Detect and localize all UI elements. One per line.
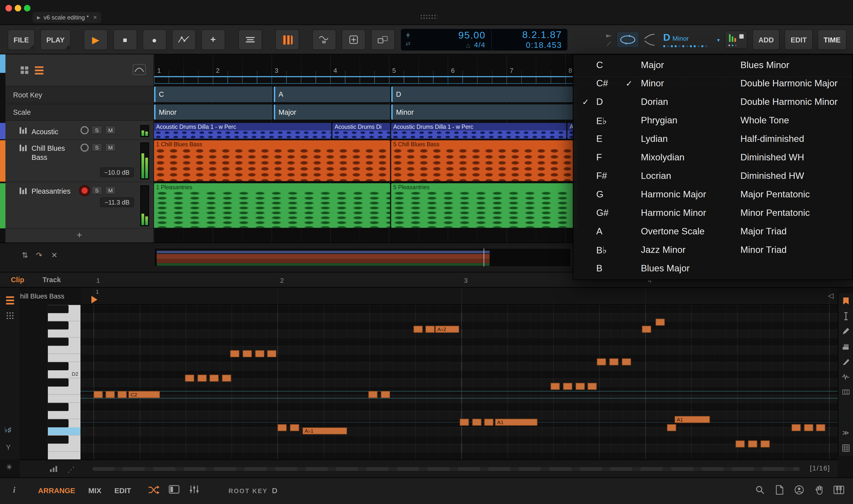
volume-value[interactable]: −10.0 dB	[100, 167, 134, 177]
midi-note[interactable]	[106, 391, 115, 398]
menu-item-root[interactable]: ✓D	[582, 93, 608, 111]
midi-note[interactable]	[597, 358, 606, 365]
piano-roll[interactable]: A♭2C2A1A1A♭1	[81, 305, 838, 460]
midi-note[interactable]	[656, 319, 665, 326]
piano-key-white[interactable]	[48, 313, 81, 321]
midi-note[interactable]	[267, 350, 276, 357]
note-slide-icon[interactable]: ⟋	[607, 41, 611, 47]
add-device-button[interactable]	[341, 29, 365, 50]
midi-note[interactable]	[484, 419, 493, 426]
arranger-clip[interactable]: Acoustic Drums Dilla 1 - w Perc	[391, 123, 566, 139]
menu-item-root[interactable]: E	[582, 130, 608, 148]
menu-item-root[interactable]: C	[582, 56, 608, 74]
tab-clip[interactable]: Clip	[11, 275, 24, 284]
piano-key-white[interactable]	[48, 329, 81, 338]
midi-note[interactable]	[460, 419, 469, 426]
solo-button[interactable]: S	[91, 143, 102, 152]
menu-item-scale[interactable]: Blues Major	[626, 259, 706, 278]
record-arm-button[interactable]	[81, 186, 89, 194]
scale-lane-label[interactable]: Scale	[5, 104, 154, 121]
grid-settings-icon[interactable]	[841, 444, 850, 452]
fold-icon[interactable]: Y	[6, 443, 11, 451]
midi-note[interactable]	[642, 326, 651, 333]
midi-note[interactable]	[278, 424, 287, 431]
track-name[interactable]: Chill Blues Bass	[32, 144, 78, 162]
menu-item-scale[interactable]: Mixolydian	[626, 148, 706, 167]
song-time[interactable]: 0:18.453	[526, 41, 562, 50]
menu-item-root[interactable]: B♭	[582, 241, 608, 259]
piano-key-black[interactable]	[48, 435, 81, 444]
mode-mix[interactable]: MIX	[88, 487, 102, 495]
automation-curve-icon[interactable]	[133, 64, 146, 75]
automation-follow-button[interactable]	[172, 29, 196, 50]
midi-note[interactable]	[118, 391, 127, 398]
project-tab[interactable]: ▶ v6 scale editing * ×	[33, 12, 101, 23]
menu-item-scale[interactable]: ✓Minor	[626, 74, 706, 93]
mode-arrange[interactable]: ARRANGE	[38, 487, 75, 495]
mode-edit[interactable]: EDIT	[114, 487, 131, 495]
menu-item-scale[interactable]: Jazz Minor	[626, 241, 706, 259]
time-signature[interactable]: 4/4	[474, 41, 485, 49]
tab-track[interactable]: Track	[42, 275, 61, 284]
scale-root-value[interactable]: D	[663, 32, 670, 43]
piano-key-black[interactable]	[48, 403, 81, 411]
ibeam-tool-icon[interactable]	[841, 311, 850, 320]
piano-key-black[interactable]	[48, 305, 81, 313]
midi-note[interactable]	[609, 358, 619, 365]
tempo-section[interactable]: 95.00 △4/4	[415, 29, 491, 51]
midi-note[interactable]	[575, 383, 585, 390]
menu-item-root[interactable]: E♭	[582, 111, 608, 130]
scale-block[interactable]: Minor	[391, 104, 577, 120]
menu-item-scale[interactable]: Major	[626, 56, 706, 74]
groove-button[interactable]	[275, 29, 299, 50]
midi-note[interactable]	[426, 326, 434, 333]
menu-item-scale[interactable]: Minor Triad	[741, 241, 838, 259]
midi-note[interactable]	[667, 424, 676, 431]
user-icon[interactable]	[794, 485, 804, 495]
piano-key-black[interactable]	[48, 321, 81, 329]
midi-note[interactable]	[472, 419, 481, 426]
menu-item-root[interactable]: G#	[582, 204, 608, 222]
record-arm-button[interactable]	[81, 143, 89, 151]
scale-name-value[interactable]: Minor	[673, 35, 689, 42]
menu-item-scale[interactable]: Harmonic Minor	[626, 204, 706, 222]
piano-key-white[interactable]	[48, 427, 81, 435]
midi-note[interactable]	[551, 383, 560, 390]
midi-note[interactable]	[748, 440, 757, 448]
track-name[interactable]: Pleasantries	[32, 186, 78, 196]
menu-item-scale[interactable]: Whole Tone	[741, 111, 838, 130]
midi-note[interactable]	[413, 326, 423, 333]
scale-selector[interactable]: D Minor	[660, 31, 711, 49]
piano-key-black[interactable]	[48, 378, 81, 386]
panel-layout-icon[interactable]	[168, 485, 179, 493]
midi-note[interactable]	[243, 350, 252, 357]
add-track-menu-button[interactable]: ADD	[752, 29, 780, 50]
solo-button[interactable]: S	[91, 126, 102, 134]
menu-item-scale[interactable]: Minor Pentatonic	[741, 204, 838, 222]
close-window-button[interactable]	[5, 5, 12, 11]
arranger-clip[interactable]: Acoustic Drums Di	[333, 123, 390, 139]
knife-tool-icon[interactable]	[841, 357, 850, 366]
menu-item-root[interactable]: G	[582, 185, 608, 204]
track-header-acoustic[interactable]: Acoustic S M	[5, 123, 154, 140]
grid-view-icon[interactable]	[21, 66, 29, 74]
redo-icon[interactable]: ↷	[36, 251, 42, 259]
midi-note[interactable]	[93, 391, 103, 398]
double-chevron-icon[interactable]: ≫	[841, 429, 850, 437]
menu-item-scale[interactable]: Lydian	[626, 130, 706, 148]
record-button[interactable]: ●	[142, 29, 166, 50]
arrangement-overview[interactable]	[154, 248, 571, 267]
edit-menu-button[interactable]: EDIT	[785, 29, 813, 50]
minimize-window-button[interactable]	[15, 5, 21, 11]
menu-item-scale[interactable]: Phrygian	[626, 111, 706, 130]
list-view-icon[interactable]	[35, 66, 43, 74]
editor-marker-row[interactable]: 1 ◁	[81, 288, 838, 305]
menu-item-root[interactable]: F#	[582, 167, 608, 185]
slope-dots-icon[interactable]: ⋰	[67, 466, 74, 474]
vertical-zoom-icon[interactable]: ⇅	[22, 251, 28, 259]
midi-note[interactable]	[622, 358, 631, 365]
menu-item-scale[interactable]: Major Triad	[741, 222, 838, 241]
record-arm-button[interactable]	[81, 126, 89, 134]
panel-handle[interactable]	[0, 54, 5, 73]
arranger-clip[interactable]: 5 Chill Blues Bass	[391, 140, 577, 181]
